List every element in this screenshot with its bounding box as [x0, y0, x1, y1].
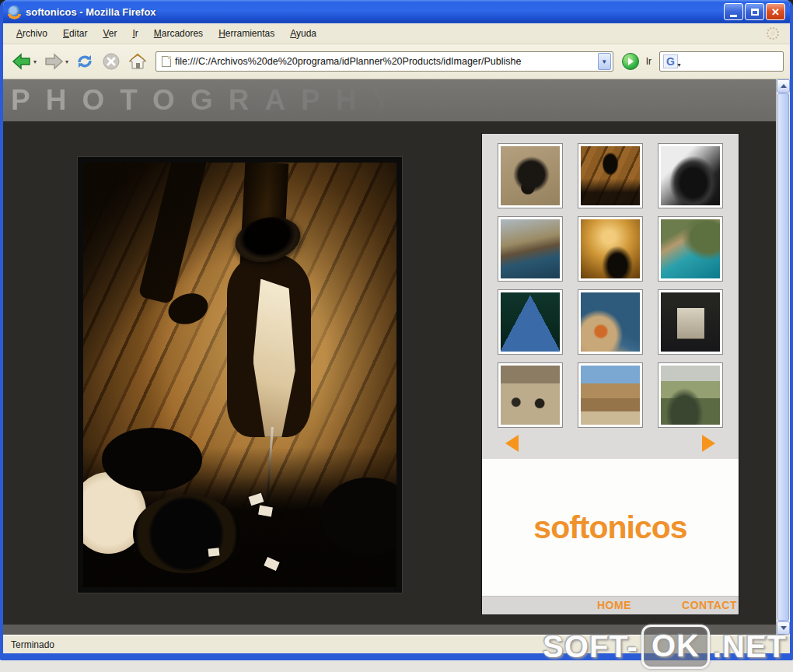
address-bar[interactable]: file:///C:/Archivos%20de%20programa/idPl…: [155, 51, 613, 72]
menu-herramientas[interactable]: Herramientas: [211, 25, 281, 42]
close-button[interactable]: ✕: [766, 3, 785, 20]
gallery-panel: softonicos HOME CONTACT: [482, 134, 739, 614]
scroll-up-icon: [781, 84, 787, 88]
search-box[interactable]: G ▼: [659, 51, 784, 72]
next-page-icon[interactable]: [702, 435, 715, 452]
status-text: Terminado: [11, 639, 54, 650]
menu-marcadores[interactable]: Marcadores: [147, 25, 210, 42]
firefox-icon: [8, 5, 21, 19]
web-page: PHOTOGRAPHY: [3, 79, 776, 635]
home-link[interactable]: HOME: [597, 599, 631, 611]
home-icon: [128, 52, 148, 71]
minimize-button[interactable]: [724, 3, 743, 20]
go-button[interactable]: [622, 53, 639, 70]
vertical-scrollbar[interactable]: [776, 79, 790, 635]
maximize-icon: [751, 9, 759, 16]
throbber-icon: [767, 27, 779, 40]
menu-archivo[interactable]: Archivo: [9, 25, 54, 42]
go-arrow-icon: [628, 58, 634, 65]
address-dropdown-button[interactable]: ▼: [598, 53, 611, 70]
thumbnail-terrace-view[interactable]: [658, 362, 723, 428]
window-title: softonicos - Mozilla Firefox: [26, 6, 724, 18]
thumbnail-boat-deck[interactable]: [578, 289, 643, 355]
thumbnail-car[interactable]: [658, 143, 723, 208]
panel-footer: HOME CONTACT: [482, 596, 739, 614]
watermark-suffix: .NET: [713, 629, 787, 664]
menu-ir[interactable]: Ir: [125, 25, 145, 42]
thumbnail-grid: [482, 134, 739, 428]
thumbnail-boat-bow[interactable]: [498, 289, 563, 355]
title-bar[interactable]: softonicos - Mozilla Firefox ✕: [3, 0, 790, 23]
maximize-button[interactable]: [745, 3, 764, 20]
browser-viewport: PHOTOGRAPHY: [3, 79, 790, 635]
gallery-pagination: [482, 428, 739, 459]
scrollbar-thumb[interactable]: [777, 93, 789, 621]
soft-ok-watermark: SOFT-OK.NET: [543, 625, 787, 669]
page-main: softonicos HOME CONTACT: [3, 121, 776, 625]
stop-button[interactable]: [100, 48, 123, 75]
go-label: Ir: [646, 56, 652, 67]
thumbnail-plaza[interactable]: [498, 362, 563, 428]
menu-ver[interactable]: Ver: [96, 25, 124, 42]
browser-window: softonicos - Mozilla Firefox ✕ Archivo E…: [0, 0, 793, 660]
back-button[interactable]: ▾: [9, 48, 38, 75]
menu-editar[interactable]: Editar: [56, 25, 94, 42]
page-header: PHOTOGRAPHY: [3, 79, 776, 121]
thumbnail-cove[interactable]: [658, 216, 723, 282]
menu-ayuda[interactable]: Ayuda: [283, 25, 323, 42]
photo-card-players: [83, 447, 396, 587]
reload-button[interactable]: [73, 48, 96, 75]
main-photo[interactable]: [78, 157, 402, 593]
thumbnail-western-scene[interactable]: [578, 143, 643, 208]
forward-arrow-icon: [43, 52, 65, 71]
thumbnail-coastline[interactable]: [498, 216, 563, 282]
page-icon: [162, 56, 171, 67]
forward-button[interactable]: ▾: [41, 48, 70, 75]
address-input[interactable]: file:///C:/Archivos%20de%20programa/idPl…: [175, 56, 598, 67]
logo-panel: softonicos: [482, 459, 739, 596]
thumbnail-western-town[interactable]: [578, 362, 643, 428]
search-input[interactable]: [682, 56, 780, 67]
page-title: PHOTOGRAPHY: [11, 84, 407, 117]
site-logo: softonicos: [533, 509, 686, 546]
previous-page-icon[interactable]: [505, 435, 519, 452]
stop-icon: [101, 52, 121, 71]
watermark-ok-badge: OK: [641, 625, 710, 669]
close-icon: ✕: [771, 7, 780, 17]
search-engine-dropdown-icon[interactable]: ▼: [676, 62, 682, 68]
thumbnail-dog[interactable]: [498, 143, 563, 208]
home-button[interactable]: [126, 48, 149, 75]
forward-dropdown-icon[interactable]: ▾: [65, 58, 68, 65]
menu-bar: Archivo Editar Ver Ir Marcadores Herrami…: [3, 23, 790, 44]
reload-icon: [75, 52, 95, 71]
navigation-toolbar: ▾ ▾: [3, 44, 790, 79]
thumbnail-window[interactable]: [658, 289, 723, 355]
back-dropdown-icon[interactable]: ▾: [33, 58, 37, 65]
minimize-icon: [730, 15, 737, 17]
contact-link[interactable]: CONTACT: [682, 599, 737, 611]
watermark-prefix: SOFT-: [543, 629, 638, 664]
back-arrow-icon: [11, 52, 33, 71]
scroll-up-button[interactable]: [777, 79, 790, 93]
thumbnail-sunset[interactable]: [578, 216, 643, 282]
